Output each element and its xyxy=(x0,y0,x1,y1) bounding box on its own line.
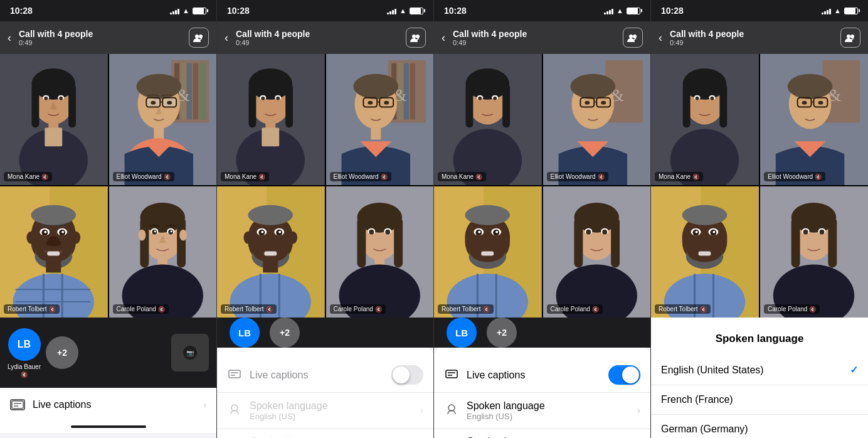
avatar-lb-3: LB xyxy=(447,318,477,348)
call-title-1: Call with 4 people xyxy=(19,29,184,39)
svg-point-121 xyxy=(261,231,263,233)
svg-point-40 xyxy=(31,205,76,225)
call-timer-3: 0:49 xyxy=(453,39,618,46)
svg-rect-85 xyxy=(248,84,256,128)
live-captions-toggle-row-3[interactable]: Live captions xyxy=(434,358,650,392)
svg-rect-131 xyxy=(357,218,366,268)
svg-point-146 xyxy=(633,35,637,38)
status-bar-4: 10:28 ▲ xyxy=(651,0,868,21)
label-mona-1: Mona Kane 🔇 xyxy=(4,172,52,181)
svg-rect-55 xyxy=(46,260,61,272)
video-grid-3: Mona Kane 🔇 & Elliot Woodward xyxy=(434,54,650,318)
people-icon-2[interactable] xyxy=(406,28,426,48)
language-name-french: French (France) xyxy=(661,394,858,405)
label-elliot-4: Elliot Woodward 🔇 xyxy=(764,172,825,181)
svg-point-13 xyxy=(44,97,48,100)
video-cell-robert-2: Robert Tolbert 🔇 xyxy=(217,186,325,318)
call-header-3: ‹ Call with 4 people 0:49 xyxy=(434,21,650,54)
camera-icon-1: 📷 xyxy=(183,346,197,360)
captions-toggle-2[interactable] xyxy=(391,365,423,385)
battery-icon-3 xyxy=(627,8,640,14)
back-button-4[interactable]: ‹ xyxy=(659,31,662,45)
svg-point-102 xyxy=(353,74,398,99)
svg-rect-204 xyxy=(683,84,691,128)
spoken-lang-title-3: Spoken language xyxy=(467,400,630,412)
mic-icon-carole-1: 🔇 xyxy=(158,306,165,312)
language-name-english-us: English (United States) xyxy=(661,365,842,376)
wifi-icon-4: ▲ xyxy=(834,7,841,14)
video-cell-carole-3: Carole Poland 🔇 xyxy=(543,186,651,318)
call-header-1: ‹ Call with 4 people 0:49 xyxy=(0,21,216,54)
svg-point-219 xyxy=(802,101,807,105)
svg-rect-151 xyxy=(502,84,510,128)
status-icons-2: ▲ xyxy=(387,7,423,14)
back-button-2[interactable]: ‹ xyxy=(225,31,228,45)
video-grid-2: Mona Kane 🔇 & xyxy=(217,54,433,318)
participant-extra-1: +2 xyxy=(46,336,78,369)
call-header-2: ‹ Call with 4 people 0:49 xyxy=(217,21,433,54)
label-elliot-1: Elliot Woodward 🔇 xyxy=(113,172,174,181)
language-item-german[interactable]: German (Germany) xyxy=(651,415,868,438)
battery-icon-1 xyxy=(193,8,206,14)
label-robert-3: Robert Tolbert 🔇 xyxy=(438,304,494,314)
svg-point-154 xyxy=(478,97,482,100)
call-info-1: Call with 4 people 0:49 xyxy=(19,29,184,46)
people-icon-4[interactable] xyxy=(840,28,860,48)
svg-rect-150 xyxy=(465,84,473,128)
extra-count-1: +2 xyxy=(46,336,78,369)
caption-language-row-3[interactable]: A ↑ Caption language English (US) › xyxy=(434,429,650,438)
svg-point-244 xyxy=(803,230,808,235)
svg-point-81 xyxy=(416,35,420,38)
back-button-3[interactable]: ‹ xyxy=(442,31,445,45)
signal-icon-4 xyxy=(822,8,831,14)
svg-point-199 xyxy=(847,35,850,38)
language-item-french[interactable]: French (France) xyxy=(651,385,868,415)
svg-point-209 xyxy=(710,97,714,100)
svg-point-232 xyxy=(712,231,715,233)
live-captions-toggle-row-2[interactable]: Live captions xyxy=(217,358,433,392)
svg-rect-33 xyxy=(154,126,164,139)
back-button-1[interactable]: ‹ xyxy=(8,31,11,45)
name-lydia-1: Lydia Bauer xyxy=(8,363,41,370)
phone-frame-1: 10:28 ▲ ‹ Call with 4 people 0:49 xyxy=(0,0,217,438)
people-icon-3[interactable] xyxy=(623,28,643,48)
avatar-lydia-1: LB xyxy=(8,328,41,361)
svg-point-116 xyxy=(288,232,297,244)
call-timer-1: 0:49 xyxy=(19,39,184,46)
svg-point-220 xyxy=(818,101,823,105)
svg-point-73 xyxy=(154,230,156,232)
time-2: 10:28 xyxy=(227,6,250,16)
svg-rect-89 xyxy=(262,127,279,146)
wifi-icon-2: ▲ xyxy=(400,7,406,14)
svg-point-122 xyxy=(278,231,281,233)
spoken-language-row-3[interactable]: Spoken language English (US) › xyxy=(434,393,650,429)
svg-rect-139 xyxy=(229,370,240,378)
cc-icon-2 xyxy=(227,370,242,381)
svg-rect-179 xyxy=(481,252,494,256)
video-cell-mona-2: Mona Kane 🔇 xyxy=(217,54,325,185)
live-captions-row-1[interactable]: Live captions › xyxy=(0,388,216,420)
svg-rect-10 xyxy=(45,127,62,146)
avatar-row-2: LB +2 xyxy=(217,318,433,348)
people-icon-1[interactable] xyxy=(189,28,209,48)
svg-rect-65 xyxy=(140,218,149,268)
call-timer-2: 0:49 xyxy=(236,39,401,46)
svg-rect-86 xyxy=(285,84,293,128)
battery-icon-2 xyxy=(410,8,423,14)
captions-toggle-3[interactable] xyxy=(608,365,640,385)
svg-rect-6 xyxy=(31,84,39,128)
language-item-english-us[interactable]: English (United States) ✓ xyxy=(651,355,868,385)
svg-rect-54 xyxy=(47,252,60,256)
spoken-language-row-2: Spoken language English (US) › xyxy=(217,393,433,429)
label-carole-4: Carole Poland 🔇 xyxy=(764,304,820,314)
svg-point-0 xyxy=(195,35,199,38)
time-3: 10:28 xyxy=(444,6,467,16)
battery-icon-4 xyxy=(844,8,858,14)
svg-point-215 xyxy=(788,74,833,99)
svg-point-68 xyxy=(179,230,187,241)
status-icons-3: ▲ xyxy=(604,7,640,14)
call-title-3: Call with 4 people xyxy=(453,29,618,39)
svg-point-145 xyxy=(629,35,633,38)
label-robert-2: Robert Tolbert 🔇 xyxy=(221,304,277,314)
svg-point-161 xyxy=(570,74,615,99)
